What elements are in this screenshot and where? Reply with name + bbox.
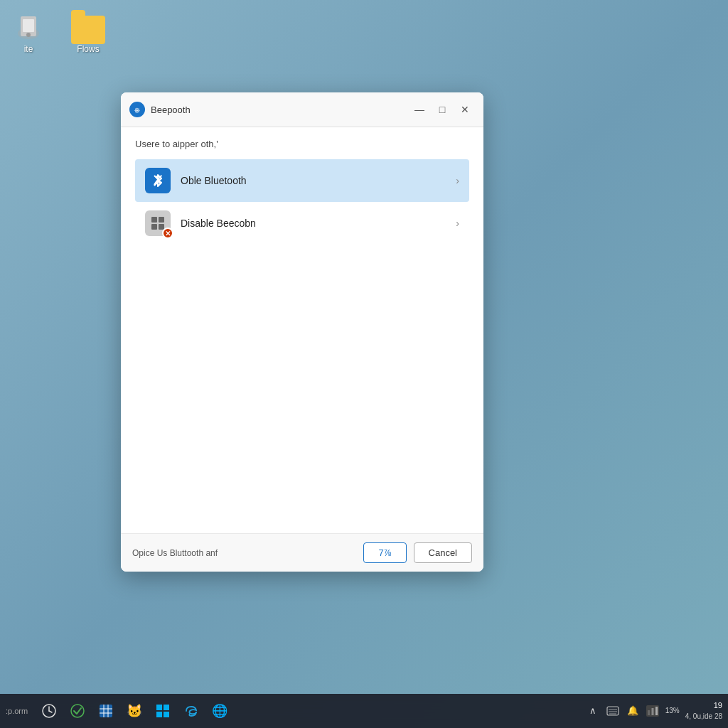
taskbar-time[interactable]: 19 4, 0u,ide 28 bbox=[685, 700, 722, 721]
desktop: ite Flows ⎈ Beepooth — □ ✕ Usere to aipp… bbox=[0, 0, 728, 728]
close-button[interactable]: ✕ bbox=[455, 100, 475, 119]
tray-battery: 13% bbox=[665, 704, 680, 718]
option-disable-bluetooth[interactable]: ✕ Disable Beecobn › bbox=[135, 202, 469, 245]
svg-rect-5 bbox=[159, 217, 164, 223]
option-enable-bluetooth[interactable]: ✗ Oble Bluetooth › bbox=[135, 159, 469, 202]
dialog-title-icon: ⎈ bbox=[129, 102, 145, 117]
svg-point-11 bbox=[71, 705, 84, 717]
svg-rect-12 bbox=[100, 705, 112, 717]
taskbar-icons: 🐱 🌐 bbox=[36, 698, 586, 724]
taskbar-icon-app1[interactable]: 🐱 bbox=[122, 698, 147, 724]
taskbar-tray: ∧ 🔔 13% bbox=[586, 700, 722, 721]
dialog-body: Usere to aipper oth,' ✗ Oble Bluetooth bbox=[121, 127, 483, 533]
svg-rect-19 bbox=[156, 712, 162, 717]
disable-red-x-icon: ✕ bbox=[162, 228, 173, 239]
taskbar: :p.orm bbox=[0, 694, 728, 728]
svg-line-10 bbox=[49, 711, 52, 712]
svg-rect-26 bbox=[648, 710, 650, 715]
tray-chart[interactable] bbox=[646, 704, 660, 718]
option-enable-label: Oble Bluetooth bbox=[181, 175, 456, 186]
svg-rect-2 bbox=[23, 19, 34, 32]
option-disable-label: Disable Beecobn bbox=[181, 218, 456, 229]
desktop-icon-flows[interactable]: Flows bbox=[60, 7, 117, 57]
taskbar-icon-table[interactable] bbox=[93, 698, 119, 724]
desktop-icon-ite-label: ite bbox=[24, 44, 33, 54]
bluetooth-icon-bg: ✗ bbox=[145, 168, 171, 193]
taskbar-website-label: :p.orm bbox=[6, 707, 28, 715]
bluetooth-option-icon: ✗ bbox=[145, 168, 171, 193]
taskbar-icon-clock[interactable] bbox=[36, 698, 62, 724]
cancel-button[interactable]: Cancel bbox=[414, 542, 472, 563]
desktop-icon-ite[interactable]: ite bbox=[0, 7, 57, 57]
ok-button[interactable]: 7⅞ bbox=[363, 542, 406, 563]
svg-rect-4 bbox=[151, 217, 157, 223]
svg-rect-27 bbox=[651, 708, 653, 715]
taskbar-icon-windows[interactable] bbox=[150, 698, 176, 724]
svg-rect-28 bbox=[655, 707, 658, 715]
dialog-empty-space bbox=[135, 245, 469, 522]
footer-text: Opice Us Bluttooth anf bbox=[132, 548, 356, 558]
dialog-subtitle: Usere to aipper oth,' bbox=[135, 139, 469, 149]
tray-chevron[interactable]: ∧ bbox=[586, 704, 600, 718]
taskbar-icon-edge[interactable] bbox=[178, 698, 204, 724]
option-disable-chevron: › bbox=[456, 218, 459, 229]
dialog-controls: — □ ✕ bbox=[410, 100, 475, 119]
tray-bell[interactable]: 🔔 bbox=[626, 704, 640, 718]
svg-point-3 bbox=[26, 33, 31, 37]
dialog-titlebar: ⎈ Beepooth — □ ✕ bbox=[121, 92, 483, 127]
option-list: ✗ Oble Bluetooth › bbox=[135, 159, 469, 245]
svg-rect-17 bbox=[156, 705, 162, 710]
disable-icon-bg: ✕ bbox=[145, 210, 171, 236]
svg-rect-6 bbox=[151, 224, 157, 230]
taskbar-icon-todo[interactable] bbox=[65, 698, 90, 724]
desktop-icon-flows-label: Flows bbox=[77, 44, 99, 54]
dialog-title: Beepooth bbox=[151, 105, 410, 115]
dialog-footer: Opice Us Bluttooth anf 7⅞ Cancel bbox=[121, 533, 483, 572]
bluetooth-dialog: ⎈ Beepooth — □ ✕ Usere to aipper oth,' ✗ bbox=[121, 92, 483, 572]
svg-rect-18 bbox=[164, 705, 169, 710]
tray-keyboard[interactable] bbox=[606, 704, 620, 718]
minimize-button[interactable]: — bbox=[410, 100, 429, 119]
maximize-button[interactable]: □ bbox=[432, 100, 452, 119]
disable-option-icon: ✕ bbox=[145, 210, 171, 236]
option-enable-chevron: › bbox=[456, 175, 459, 186]
taskbar-icon-globe[interactable]: 🌐 bbox=[207, 698, 232, 724]
svg-rect-20 bbox=[164, 712, 169, 717]
